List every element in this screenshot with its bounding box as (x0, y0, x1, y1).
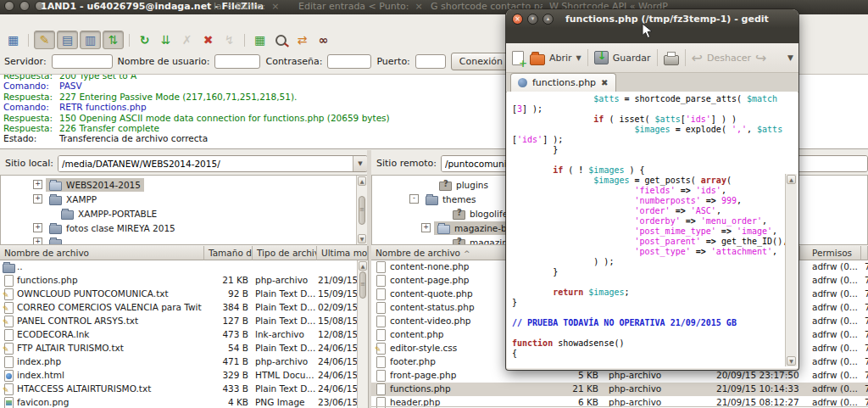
binoculars-button[interactable] (314, 31, 333, 48)
file-row[interactable]: .. (0, 260, 368, 274)
file-row[interactable]: OWNCLOUD PUNTOCOMUNICA.txt 92 B Plain Te… (0, 288, 368, 301)
local-tree-button[interactable] (57, 31, 78, 49)
file-search-button[interactable] (271, 31, 291, 48)
column-header-date[interactable]: Ultima mo (317, 246, 368, 260)
file-row[interactable]: functions.php 21 KB php-archivo 21/09/15… (371, 383, 868, 396)
disconnect-icon (203, 34, 214, 46)
message-log-icon (40, 34, 50, 46)
expander-icon[interactable]: + (33, 194, 42, 204)
local-tree-scrollbar[interactable]: ▲ ▼ (356, 176, 367, 244)
tab-close-icon[interactable]: × (415, 1, 422, 12)
refresh-button[interactable] (135, 31, 154, 48)
reconnect-button[interactable] (220, 31, 239, 48)
refresh-icon (140, 34, 150, 46)
menu-item[interactable] (587, 28, 601, 43)
folder-icon (49, 196, 62, 205)
expander-icon[interactable]: - (409, 194, 419, 204)
directory-listing-icon (254, 34, 265, 46)
column-header-owner[interactable] (861, 246, 868, 260)
tree-item[interactable]: XAMPP-PORTABLE (1, 206, 342, 221)
cancel-icon (182, 34, 192, 46)
process-queue-button[interactable] (156, 31, 175, 48)
code-line: $images = explode( ',', $atts (512, 125, 785, 135)
code-line: if ( isset( $atts['ids'] ) ) (512, 115, 785, 125)
menu-item[interactable] (533, 28, 547, 43)
username-input[interactable] (214, 54, 260, 69)
expander-icon[interactable]: + (33, 223, 42, 232)
gedit-close-button[interactable]: × (512, 14, 523, 25)
text-editor-area[interactable]: $atts = shortcode_parse_atts( $match[3] … (507, 92, 798, 368)
folder-open-icon (437, 225, 450, 234)
open-button[interactable]: Abrir ▼ (530, 51, 581, 65)
expander-icon[interactable]: + (33, 180, 42, 189)
message-log-button[interactable] (34, 31, 55, 49)
open-dropdown-icon[interactable]: ▼ (576, 54, 581, 62)
tab-close-icon[interactable]: ✖ (601, 78, 608, 87)
fz-minimize-button[interactable] (19, 1, 30, 11)
file-row[interactable]: favicon.png 4 KB PNG Image 23/06/15 (0, 396, 368, 408)
menu-item[interactable] (574, 28, 587, 43)
gedit-scrollbar[interactable]: ▲ ▼ (785, 174, 797, 366)
scroll-down-icon[interactable]: ▼ (787, 356, 796, 366)
directory-listing-button[interactable] (250, 31, 270, 48)
scroll-up-icon[interactable]: ▲ (359, 261, 367, 271)
browser-tab[interactable]: Editar entrada < Punto:× (298, 1, 426, 12)
remote-tree-button[interactable] (80, 31, 101, 49)
local-path-dropdown-icon[interactable]: ▼ (353, 156, 367, 171)
column-header-type[interactable]: Tipo de archiv (253, 246, 317, 260)
server-input[interactable] (52, 54, 113, 69)
scrollbar-thumb[interactable] (359, 196, 365, 225)
column-header-permissions[interactable]: Permisos (800, 246, 861, 260)
gedit-maximize-button[interactable]: ▴ (542, 14, 554, 25)
toolbar-overflow-icon[interactable]: ▼ (787, 53, 793, 62)
menu-item[interactable] (560, 28, 574, 43)
menu-item[interactable] (547, 28, 560, 43)
new-document-button[interactable] (512, 51, 524, 65)
scroll-up-icon[interactable]: ▲ (358, 176, 366, 186)
file-row[interactable]: index.php 471 B php-archivo 24/06/15 (0, 355, 368, 369)
undo-button[interactable]: Deshacer (692, 50, 767, 66)
synchronize-button[interactable] (292, 31, 312, 48)
tree-item[interactable]: + fotos clase MIREYA 2015 (1, 221, 342, 235)
save-icon (594, 51, 609, 64)
file-row[interactable]: functions.php 21 KB php-archivo 21/09/15 (0, 274, 368, 288)
tab-functions-php[interactable]: functions.php ✖ (510, 73, 616, 92)
cancel-button[interactable] (177, 31, 197, 48)
local-list-scrollbar[interactable]: ▲ (357, 260, 368, 408)
file-row[interactable]: HTACCESS ALTAIRTURISMO.txt 433 B Plain T… (0, 383, 368, 396)
expander-icon[interactable]: + (33, 238, 42, 245)
column-header-size[interactable]: Tamaño de (204, 246, 253, 260)
transfer-queue-button[interactable] (103, 31, 124, 49)
tree-item[interactable]: + WEBS2014-2015 (1, 177, 342, 192)
menu-item[interactable] (520, 28, 533, 43)
expander-icon[interactable]: + (421, 223, 431, 232)
gedit-minimize-button[interactable]: ▾ (527, 14, 538, 25)
menu-item[interactable] (506, 28, 520, 43)
file-row[interactable]: front-page.php 5 KB php-archivo 20/09/15… (371, 369, 868, 383)
file-row[interactable]: ECODECORA.lnk 473 B lnk-archivo 12/08/15 (0, 328, 368, 342)
site-manager-button[interactable] (3, 31, 23, 48)
folder-open-icon (49, 182, 62, 191)
local-path-input[interactable] (58, 156, 353, 171)
browser-tab[interactable]: la < Punto:× (214, 1, 288, 12)
tree-item[interactable]: + (1, 235, 342, 245)
tab-close-icon[interactable]: × (271, 1, 279, 12)
scroll-down-icon[interactable]: ▼ (358, 234, 366, 243)
password-input[interactable] (327, 54, 371, 69)
file-row[interactable]: FTP ALTAIR TURISMO.txt 54 B Plain Text D… (0, 342, 368, 355)
print-button[interactable] (664, 51, 679, 65)
port-input[interactable] (415, 54, 446, 69)
tree-item[interactable]: + XAMPP (1, 192, 342, 206)
code-line: 'order' => 'ASC', (512, 206, 785, 216)
scroll-up-icon[interactable]: ▲ (787, 175, 796, 184)
file-row[interactable]: PANEL CONTROL ARSYS.txt 127 B Plain Text… (0, 315, 368, 328)
column-header-name[interactable]: Nombre de archivo (0, 246, 204, 260)
file-row[interactable]: index.html 329 B HTML Docu... 24/06/15 (0, 369, 368, 383)
fz-close-button[interactable] (4, 1, 14, 11)
gedit-toolbar: Abrir ▼ Guardar Deshacer ▼ (506, 43, 798, 73)
save-button[interactable]: Guardar (594, 51, 651, 64)
disconnect-button[interactable] (198, 31, 218, 48)
code-line: { (512, 349, 785, 359)
scrollbar-thumb[interactable] (359, 271, 366, 299)
file-row[interactable]: CORREO COMERCIOS VALENCIA para Twitter .… (0, 301, 368, 315)
